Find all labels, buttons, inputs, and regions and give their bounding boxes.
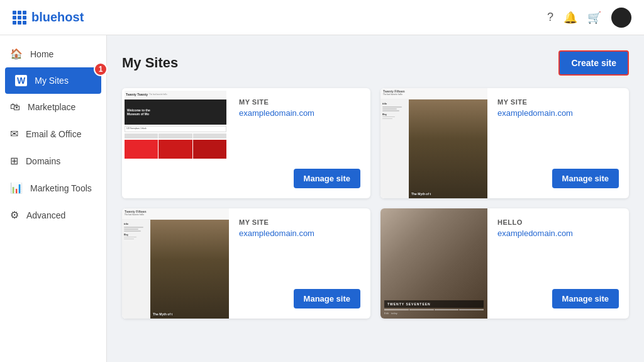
sidebar-item-label: Home [30, 49, 53, 59]
bell-icon[interactable]: 🔔 [564, 11, 577, 25]
create-site-button[interactable]: Create site [558, 50, 629, 76]
cart-icon[interactable]: 🛒 [587, 11, 601, 25]
main-header: My Sites Create site [122, 50, 629, 76]
layout: 🏠 Home W My Sites 1 🛍 Marketplace ✉ Emai… [0, 35, 644, 362]
sidebar-item-home[interactable]: 🏠 Home [0, 40, 106, 67]
marketplace-icon: 🛍 [10, 101, 20, 113]
sidebar-item-marketing-tools[interactable]: 📊 Marketing Tools [0, 174, 106, 201]
site-info: MY SITE exampledomain.com Manage site [487, 88, 629, 198]
sidebar-item-label: Domains [26, 156, 60, 166]
logo-text: bluehost [31, 10, 84, 25]
topnav-icons: ? 🔔 🛒 [547, 8, 631, 28]
site-domain: exampledomain.com [239, 108, 360, 118]
logo: bluehost [13, 10, 547, 25]
site-name-label: Hello [497, 218, 619, 226]
site-preview: Twenty Fifteen The last favorite hello t… [122, 208, 229, 319]
manage-site-button[interactable]: Manage site [552, 289, 619, 308]
site-info: Hello exampledomain.com Manage site [487, 208, 629, 319]
site-card: Twenty Twenty The last favorite hello We… [122, 88, 370, 198]
site-domain: exampledomain.com [239, 229, 360, 238]
site-info: MY SITE exampledomain.com Manage site [229, 88, 370, 198]
home-icon: 🏠 [10, 48, 23, 60]
sidebar-item-my-sites[interactable]: W My Sites 1 [5, 67, 101, 94]
logo-grid-icon [13, 11, 26, 25]
marketing-icon: 📊 [10, 182, 23, 194]
site-domain: exampledomain.com [497, 108, 619, 118]
sidebar-item-marketplace[interactable]: 🛍 Marketplace [0, 94, 106, 120]
site-name-label: MY SITE [239, 98, 360, 106]
sidebar-item-domains[interactable]: ⊞ Domains [0, 147, 106, 174]
sidebar: 🏠 Home W My Sites 1 🛍 Marketplace ✉ Emai… [0, 35, 107, 362]
site-card: Twenty Fifteen The last favorite hello t… [122, 208, 370, 319]
site-card: Twenty Fifteen The last favorite hello t… [380, 88, 629, 198]
help-icon[interactable]: ? [547, 11, 553, 24]
sidebar-item-label: Advanced [26, 210, 65, 220]
theme-label: TWENTY SEVENTEEN [384, 300, 484, 308]
email-icon: ✉ [10, 128, 18, 140]
site-name-label: MY SITE [497, 98, 619, 106]
page-title: My Sites [122, 55, 178, 71]
sidebar-item-email-office[interactable]: ✉ Email & Office [0, 120, 106, 147]
manage-site-button[interactable]: Manage site [552, 169, 619, 188]
site-name-label: My Site [239, 218, 360, 226]
manage-site-button[interactable]: Manage site [294, 169, 360, 188]
topnav: bluehost ? 🔔 🛒 [0, 0, 644, 35]
site-preview: TWENTY SEVENTEEN Edit today [380, 208, 487, 319]
site-domain: exampledomain.com [497, 229, 619, 238]
sidebar-item-label: Email & Office [26, 129, 81, 139]
site-preview: Twenty Fifteen The last favorite hello t… [380, 88, 487, 198]
sidebar-item-label: Marketing Tools [30, 183, 92, 193]
site-card: TWENTY SEVENTEEN Edit today [380, 208, 629, 319]
sidebar-badge-1: 1 [94, 62, 108, 76]
site-preview: Twenty Twenty The last favorite hello We… [122, 88, 229, 198]
site-info: My Site exampledomain.com Manage site [229, 208, 370, 319]
sites-grid: Twenty Twenty The last favorite hello We… [122, 88, 629, 319]
sidebar-item-label: Marketplace [28, 102, 75, 112]
sidebar-item-advanced[interactable]: ⚙ Advanced [0, 201, 106, 229]
main-content: My Sites Create site Twenty Twenty The l… [107, 35, 644, 362]
manage-site-button[interactable]: Manage site [294, 289, 360, 308]
wordpress-icon: W [15, 75, 27, 86]
avatar[interactable] [611, 8, 631, 28]
advanced-icon: ⚙ [10, 209, 19, 221]
sidebar-item-label: My Sites [35, 76, 69, 86]
domains-icon: ⊞ [10, 155, 18, 167]
